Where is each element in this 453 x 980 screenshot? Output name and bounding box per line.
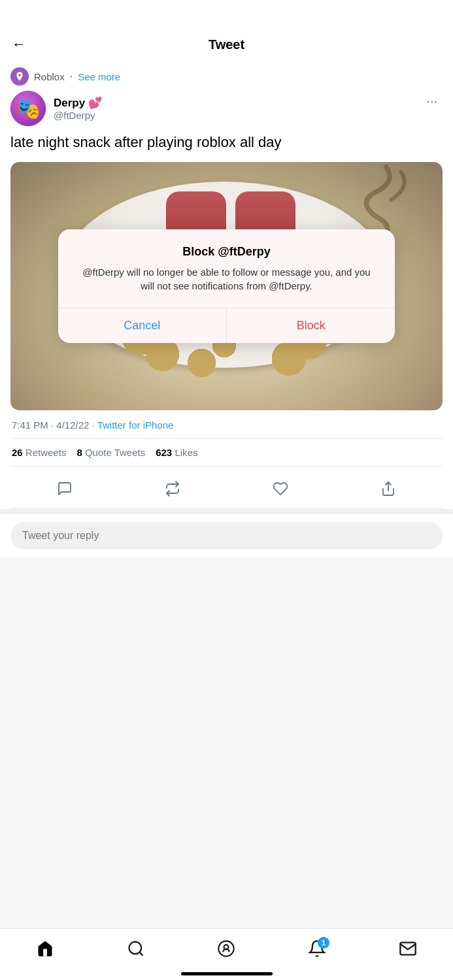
more-options-button[interactable]: ··· [421,91,443,111]
block-button[interactable]: Block [227,308,395,343]
tweet-container: Roblox · See more Derpy 💕 @ftDerpy ··· l… [0,61,453,509]
tweet-source[interactable]: Twitter for iPhone [97,419,174,431]
topic-dot: · [70,71,73,82]
header: ← Tweet [0,0,453,61]
nav-notifications[interactable]: 1 [301,936,333,962]
dialog-buttons: Cancel Block [58,308,395,343]
nav-spaces[interactable] [210,936,243,962]
tweet-meta: 7:41 PM · 4/12/22 · Twitter for iPhone [10,419,443,431]
separator [0,509,453,514]
avatar[interactable] [10,91,46,126]
quote-label: Quote Tweets [82,447,145,458]
user-info: Derpy 💕 @ftDerpy [54,96,102,121]
likes-stat: 623 Likes [156,447,197,458]
tweet-time: 7:41 PM · 4/12/22 · [12,419,97,431]
user-handle: @ftDerpy [54,110,102,121]
retweets-stat: 26 Retweets [12,447,66,458]
nav-messages[interactable] [392,936,424,962]
user-left: Derpy 💕 @ftDerpy [10,91,102,126]
comment-icon [57,481,73,497]
display-name: Derpy 💕 [54,96,102,110]
retweet-button[interactable] [161,477,184,500]
svg-point-1 [129,942,141,955]
retweets-count: 26 [12,447,23,458]
comment-button[interactable] [53,477,76,500]
back-button[interactable]: ← [12,36,38,53]
action-row [10,469,443,509]
home-indicator [0,971,453,980]
svg-line-2 [139,952,143,955]
spaces-icon [217,939,235,958]
share-icon [380,481,396,497]
topic-row: Roblox · See more [10,67,443,86]
avatar-image [10,91,46,126]
share-button[interactable] [377,477,400,500]
home-bar [181,972,273,975]
dialog-title: Block @ftDerpy [76,245,377,259]
nav-home[interactable] [29,936,61,962]
user-row: Derpy 💕 @ftDerpy ··· [10,91,443,126]
search-icon [127,939,145,958]
tweet-text: late night snack after playing roblox al… [10,133,443,153]
likes-count: 623 [156,447,172,458]
likes-label: Likes [172,447,197,458]
dialog-overlay: Block @ftDerpy @ftDerpy will no longer b… [10,162,443,410]
topic-name: Roblox [34,71,65,82]
notification-badge: 1 [318,937,329,949]
page-title: Tweet [209,37,244,52]
reply-input[interactable] [10,522,443,549]
home-icon [36,939,54,958]
quote-tweets-stat: 8 Quote Tweets [76,447,145,458]
messages-icon [399,939,417,958]
reply-input-row [0,514,453,557]
cancel-button[interactable]: Cancel [58,308,227,343]
topic-icon [10,67,29,86]
nav-search[interactable] [120,936,152,962]
retweet-icon [165,481,180,497]
tweet-image-wrapper: Block @ftDerpy @ftDerpy will no longer b… [10,162,443,410]
stats-row: 26 Retweets 8 Quote Tweets 623 Likes [10,438,443,466]
like-button[interactable] [269,477,292,500]
quote-count: 8 [76,447,82,458]
dialog-body: @ftDerpy will no longer be able to follo… [76,265,377,294]
see-more-link[interactable]: See more [78,71,120,82]
block-dialog: Block @ftDerpy @ftDerpy will no longer b… [58,229,395,344]
heart-icon [273,481,288,497]
spacer [0,557,453,623]
retweets-label: Retweets [23,447,67,458]
